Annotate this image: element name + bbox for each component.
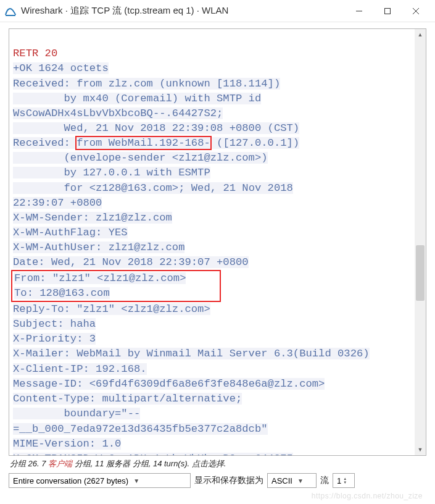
highlight-received-from: from WebMail.192-168- [77, 137, 210, 149]
line: boundary="-- [13, 408, 140, 419]
scrollbar[interactable]: ▲ ▼ [415, 29, 426, 455]
stream-text: RETR 20 +OK 1624 octets Received: from z… [9, 29, 426, 456]
line: Message-ID: <69fd4f6309df6a8e6 [13, 378, 204, 390]
tcp-stream-content[interactable]: RETR 20 +OK 1624 octets Received: from z… [9, 28, 426, 456]
line: Wed, 21 Nov 2018 22:39:08 +0800 (CST) [13, 122, 299, 134]
line: X-Client-IP: 192.168. [13, 363, 147, 375]
line: X-Mailer: WebMail by Winmail Mail Server… [13, 348, 370, 359]
to-line: To: [14, 287, 39, 299]
line: by 127.0.0.1 with ESMTP [13, 167, 210, 178]
chevron-down-icon: ▼ [133, 477, 139, 484]
command-line: RETR 20 [13, 48, 57, 59]
line: for <z [13, 182, 102, 194]
close-button[interactable] [402, 2, 430, 20]
conversation-select[interactable]: Entire conversation (2627 bytes) ▼ [9, 473, 191, 488]
minimize-button[interactable] [345, 2, 373, 20]
line: (envelope-sender <zlz1@zlz.com>) [13, 152, 268, 164]
line: by mx40 (Coremail) with SMTP id [13, 93, 261, 104]
status-line: 分组 26. 7 客户端 分组, 11 服务器 分组, 14 turn(s). … [9, 456, 426, 471]
scroll-thumb[interactable] [416, 245, 425, 301]
scroll-down-icon[interactable]: ▼ [415, 444, 426, 455]
line: 128@163.com>; Wed, 21 Nov 2018 [102, 182, 292, 194]
highlight-from-to: From: "zlz1" <zlz1@zlz.com> To: 128@163.… [11, 270, 221, 303]
line: X-WM-AuthFlag: YES [13, 227, 128, 238]
line: ]) [268, 78, 281, 90]
line: Received: [13, 137, 77, 149]
svg-rect-1 [385, 8, 391, 14]
titlebar: Wireshark · 追踪 TCP 流 (tcp.stream eq 1) ·… [0, 0, 435, 22]
line: X-CM-TRANSID:WsCowADHx4sLbvVbXbcoBQ--.64… [13, 453, 293, 456]
window-controls [345, 2, 430, 20]
chevron-down-icon: ▼ [297, 477, 304, 484]
line: X-WM-Sender: zlz1@zlz.com [13, 212, 172, 224]
line: MIME-Version: 1.0 [13, 438, 121, 450]
window-title: Wireshark · 追踪 TCP 流 (tcp.stream eq 1) ·… [21, 5, 345, 17]
line: Received: from zlz.com (unknown [118.114 [13, 78, 268, 90]
stream-label: 流 [320, 475, 329, 486]
line: X-WM-AuthUser: zlz1@zlz.com [13, 242, 184, 253]
line: =__b_000_7eda972e13d36435fb5e377c2a8dcb [13, 423, 261, 435]
client-count: 客户端 [48, 459, 72, 468]
bottom-toolbar: Entire conversation (2627 bytes) ▼ 显示和保存… [9, 471, 426, 488]
line: WsCowADHx4sLbvVbXbcoBQ--.64427S2; [13, 107, 223, 119]
wireshark-icon [5, 6, 16, 17]
spinner-icon[interactable]: ▲▼ [343, 477, 347, 484]
from-line: From: "zlz1" <zlz1@zlz.com> [14, 272, 186, 284]
scroll-up-icon[interactable]: ▲ [415, 29, 426, 40]
line: 22:39:07 +0800 [13, 197, 102, 209]
save-as-label: 显示和保存数据为 [194, 475, 263, 486]
line: Date: Wed, 21 Nov 2018 22:39:07 +0800 [13, 256, 249, 268]
maximize-button[interactable] [373, 2, 402, 20]
line: Subject: haha [13, 318, 96, 330]
line: Reply-To: "zlz1" <zlz1@zlz.com> [13, 303, 210, 315]
encoding-select[interactable]: ASCII ▼ [267, 473, 317, 488]
stream-number-input[interactable]: 1 ▲▼ [333, 473, 355, 488]
line: ([127.0.0.1]) [210, 137, 299, 149]
line: X-Priority: 3 [13, 333, 96, 345]
line: +OK 1624 octets [13, 62, 109, 74]
watermark: https://blog.csdn.net/zhou_zize [312, 492, 423, 500]
line: Content-Type: multipart/alternative; [13, 393, 242, 405]
server-label: 服务器 [106, 459, 130, 468]
